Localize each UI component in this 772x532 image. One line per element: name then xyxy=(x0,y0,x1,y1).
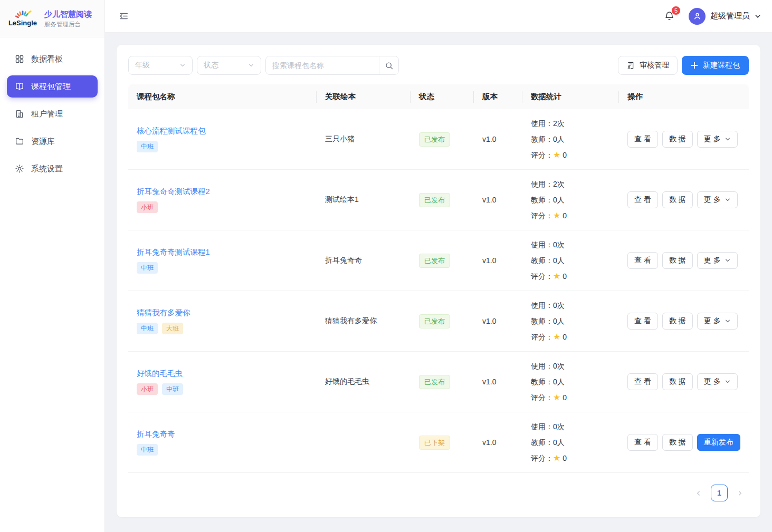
status-cell: 已发布 xyxy=(411,132,474,147)
topbar-right: 5 超级管理员 xyxy=(664,8,761,25)
user-menu-button[interactable] xyxy=(754,13,761,20)
grade-tags: 小班 xyxy=(137,201,308,213)
book-name: 猜猜我有多爱你 xyxy=(317,316,411,326)
teachers-label: 教师： xyxy=(531,374,553,390)
teachers-value: 0人 xyxy=(553,253,565,268)
main-area: 5 超级管理员 年级 xyxy=(105,0,772,532)
usage-value: 0次 xyxy=(553,358,565,374)
grade-select[interactable]: 年级 xyxy=(128,56,193,75)
sidebar: LeSingle 少儿智慧阅读 服务管理后台 数据看板 课程包管理 xyxy=(0,0,105,532)
folder-icon xyxy=(15,137,24,146)
sidebar-item-label: 课程包管理 xyxy=(31,82,71,92)
table-row: 折耳兔奇奇测试课程2 小班 测试绘本1 已发布 v1.0 使用：2次 教师：0人… xyxy=(128,170,749,230)
status-cell: 已下架 xyxy=(411,436,474,450)
prev-page-button[interactable] xyxy=(695,490,702,497)
data-button[interactable]: 数 据 xyxy=(662,191,693,208)
brand: LeSingle 少儿智慧阅读 服务管理后台 xyxy=(0,0,104,37)
grade-tags: 中班 xyxy=(137,141,308,152)
view-button[interactable]: 查 看 xyxy=(627,131,658,148)
view-button[interactable]: 查 看 xyxy=(627,373,658,390)
data-button[interactable]: 数 据 xyxy=(662,434,693,451)
create-package-button[interactable]: 新建课程包 xyxy=(682,56,749,75)
package-name-cell: 猜猜我有多爱你 中班大班 xyxy=(128,308,317,334)
grade-tags: 中班 xyxy=(137,444,308,456)
rating-stat: 评分：★0 xyxy=(531,390,611,405)
package-name-cell: 折耳兔奇奇测试课程2 小班 xyxy=(128,187,317,213)
actions-cell: 查 看 数 据 更 多 重新发布 xyxy=(619,252,749,269)
status-badge: 已发布 xyxy=(419,254,450,268)
view-button[interactable]: 查 看 xyxy=(627,191,658,208)
data-button[interactable]: 数 据 xyxy=(662,252,693,269)
avatar[interactable] xyxy=(689,8,706,25)
sidebar-item-resources[interactable]: 资源库 xyxy=(7,130,98,152)
page-1-button[interactable]: 1 xyxy=(711,485,728,501)
more-button-label: 更 多 xyxy=(704,377,721,386)
more-button[interactable]: 更 多 xyxy=(697,252,738,269)
header-package-name: 课程包名称 xyxy=(128,92,317,102)
data-button[interactable]: 数 据 xyxy=(662,313,693,330)
more-button[interactable]: 更 多 xyxy=(697,373,738,390)
rating-stat: 评分：★0 xyxy=(531,208,611,224)
book-name: 三只小猪 xyxy=(317,134,411,144)
view-button[interactable]: 查 看 xyxy=(627,252,658,269)
status-badge: 已发布 xyxy=(419,132,450,147)
teachers-stat: 教师：0人 xyxy=(531,434,611,450)
next-page-button[interactable] xyxy=(737,490,744,497)
review-management-button[interactable]: 审核管理 xyxy=(618,56,678,75)
teachers-value: 0人 xyxy=(553,313,565,329)
teachers-stat: 教师：0人 xyxy=(531,313,611,329)
search-button[interactable] xyxy=(379,56,398,74)
version-text: v1.0 xyxy=(474,317,522,325)
course-package-card: 年级 状态 xyxy=(117,45,760,517)
search-input[interactable] xyxy=(266,56,379,74)
header-book: 关联绘本 xyxy=(317,92,411,102)
table-row: 折耳兔奇奇测试课程1 中班 折耳兔奇奇 已发布 v1.0 使用：0次 教师：0人… xyxy=(128,230,749,291)
data-button[interactable]: 数 据 xyxy=(662,373,693,390)
package-name-link[interactable]: 折耳兔奇奇测试课程2 xyxy=(137,187,210,197)
rating-value: 0 xyxy=(563,329,567,345)
package-name-link[interactable]: 猜猜我有多爱你 xyxy=(137,308,190,318)
brand-logo: LeSingle xyxy=(6,11,39,27)
logo-text: LeSingle xyxy=(8,19,37,27)
chevron-left-icon xyxy=(695,490,702,497)
notification-badge: 5 xyxy=(671,6,681,15)
package-name-link[interactable]: 折耳兔奇奇测试课程1 xyxy=(137,247,210,257)
view-button[interactable]: 查 看 xyxy=(627,434,658,451)
more-button[interactable]: 更 多 xyxy=(697,131,738,148)
view-button[interactable]: 查 看 xyxy=(627,313,658,330)
brand-title: 少儿智慧阅读 xyxy=(44,9,92,20)
more-button[interactable]: 更 多 xyxy=(697,313,738,330)
notifications-button[interactable]: 5 xyxy=(664,11,675,22)
more-button[interactable]: 更 多 xyxy=(697,191,738,208)
usage-value: 2次 xyxy=(553,115,565,131)
more-button-label: 更 多 xyxy=(704,195,721,205)
rating-value: 0 xyxy=(563,147,567,163)
usage-stat: 使用：0次 xyxy=(531,297,611,313)
book-name: 好饿的毛毛虫 xyxy=(317,377,411,386)
star-icon: ★ xyxy=(553,151,560,159)
chevron-down-icon xyxy=(725,136,731,142)
grade-tag: 小班 xyxy=(137,383,158,395)
package-name-link[interactable]: 好饿的毛毛虫 xyxy=(137,369,183,379)
sidebar-item-course-packages[interactable]: 课程包管理 xyxy=(7,75,98,98)
sidebar-collapse-button[interactable] xyxy=(119,11,129,21)
package-name-link[interactable]: 核心流程测试课程包 xyxy=(137,126,206,136)
sidebar-item-dashboard[interactable]: 数据看板 xyxy=(7,48,98,70)
sidebar-item-settings[interactable]: 系统设置 xyxy=(7,158,98,180)
data-button[interactable]: 数 据 xyxy=(662,131,693,148)
chevron-down-icon xyxy=(179,62,186,69)
status-select[interactable]: 状态 xyxy=(197,56,261,75)
version-text: v1.0 xyxy=(474,256,522,265)
content-area: 年级 状态 xyxy=(105,33,772,532)
package-name-cell: 折耳兔奇奇测试课程1 中班 xyxy=(128,247,317,274)
menu-fold-icon xyxy=(119,11,129,21)
teachers-value: 0人 xyxy=(553,131,565,147)
review-button-label: 审核管理 xyxy=(640,61,669,70)
sidebar-item-tenants[interactable]: 租户管理 xyxy=(7,103,98,125)
actions-cell: 查 看 数 据 更 多 重新发布 xyxy=(619,434,749,451)
package-name-cell: 好饿的毛毛虫 小班中班 xyxy=(128,369,317,395)
teachers-stat: 教师：0人 xyxy=(531,374,611,390)
package-name-link[interactable]: 折耳兔奇奇 xyxy=(137,429,175,439)
republish-button[interactable]: 重新发布 xyxy=(697,434,740,451)
star-icon: ★ xyxy=(553,454,560,462)
